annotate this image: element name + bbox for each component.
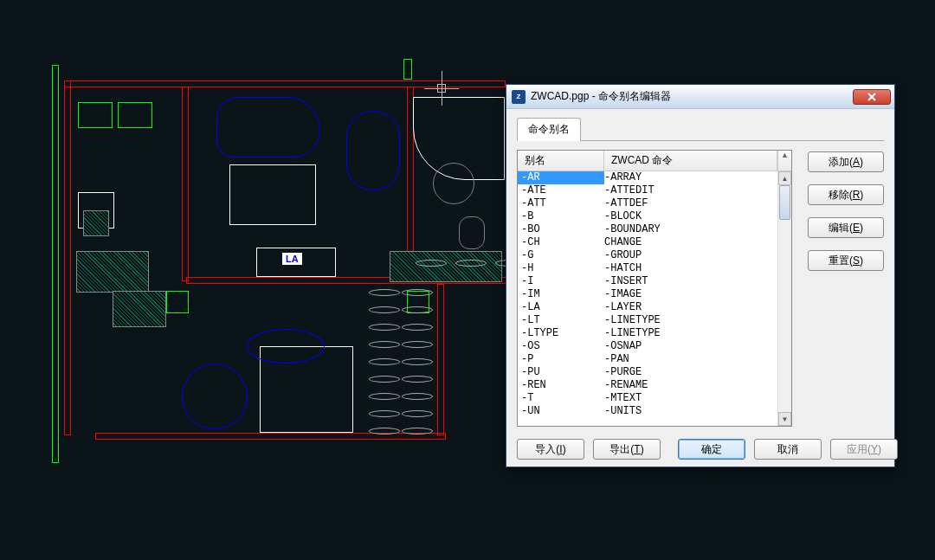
command-cell: -OSNAP (604, 340, 777, 353)
close-icon (867, 93, 877, 101)
header-scroll-spacer: ▲ (777, 151, 791, 171)
alias-cell: -CH (518, 236, 604, 249)
command-cell: -MTEXT (604, 392, 777, 405)
alias-row[interactable]: -I-INSERT (518, 275, 777, 288)
alias-cell: -AR (518, 171, 604, 184)
scroll-down-button[interactable]: ▼ (778, 412, 791, 426)
alias-list[interactable]: 别名 ZWCAD 命令 ▲ -AR-ARRAY-ATE-ATTEDIT-ATT-… (517, 150, 792, 427)
alias-row[interactable]: -B-BLOCK (518, 210, 777, 223)
alias-row[interactable]: -REN-RENAME (518, 379, 777, 392)
alias-cell: -G (518, 249, 604, 262)
alias-cell: -REN (518, 379, 604, 392)
command-cell: -RENAME (604, 379, 777, 392)
alias-row[interactable]: -CHCHANGE (518, 236, 777, 249)
command-cell: -UNITS (604, 405, 777, 418)
alias-row[interactable]: -PU-PURGE (518, 366, 777, 379)
alias-row[interactable]: -UN-UNITS (518, 405, 777, 418)
alias-row[interactable]: -IM-IMAGE (518, 288, 777, 301)
alias-cell: -B (518, 210, 604, 223)
alias-row[interactable]: -H-HATCH (518, 262, 777, 275)
add-button[interactable]: 添加(A) (808, 151, 884, 172)
header-command[interactable]: ZWCAD 命令 (604, 151, 777, 171)
command-cell: -IMAGE (604, 288, 777, 301)
command-cell: -ARRAY (604, 171, 777, 184)
alias-row[interactable]: -P-PAN (518, 353, 777, 366)
command-cell: -BLOCK (604, 210, 777, 223)
alias-row[interactable]: -AR-ARRAY (518, 171, 777, 184)
alias-cell: -UN (518, 405, 604, 418)
reset-button[interactable]: 重置(S) (808, 250, 884, 271)
alias-cell: -I (518, 275, 604, 288)
close-button[interactable] (853, 89, 891, 105)
list-scrollbar[interactable]: ▲ ▼ (777, 171, 791, 426)
tab-command-alias[interactable]: 命令别名 (517, 118, 581, 141)
alias-cell: -LA (518, 301, 604, 314)
alias-cell: -OS (518, 340, 604, 353)
header-alias[interactable]: 别名 (518, 151, 604, 171)
alias-cell: -LTYPE (518, 327, 604, 340)
alias-cell: -BO (518, 223, 604, 236)
app-icon: Z (512, 90, 526, 104)
tab-bar: 命令别名 (517, 118, 884, 141)
apply-button[interactable]: 应用(Y) (830, 439, 898, 460)
alias-cell: -ATT (518, 197, 604, 210)
command-cell: -GROUP (604, 249, 777, 262)
scroll-up-button[interactable]: ▲ (778, 171, 791, 185)
command-cell: -ATTEDIT (604, 184, 777, 197)
alias-row[interactable]: -ATT-ATTDEF (518, 197, 777, 210)
command-cell: -LINETYPE (604, 327, 777, 340)
command-cell: -LAYER (604, 301, 777, 314)
command-cell: -INSERT (604, 275, 777, 288)
cancel-button[interactable]: 取消 (754, 439, 822, 460)
titlebar[interactable]: Z ZWCAD.pgp - 命令别名编辑器 (506, 85, 894, 109)
alias-cell: -LT (518, 314, 604, 327)
scroll-thumb[interactable] (779, 185, 790, 220)
alias-row[interactable]: -LTYPE-LINETYPE (518, 327, 777, 340)
command-cell: CHANGE (604, 236, 777, 249)
alias-row[interactable]: -BO-BOUNDARY (518, 223, 777, 236)
alias-cell: -ATE (518, 184, 604, 197)
command-cell: -ATTDEF (604, 197, 777, 210)
edit-button[interactable]: 编辑(E) (808, 217, 884, 238)
command-cell: -LINETYPE (604, 314, 777, 327)
alias-cell: -P (518, 353, 604, 366)
cad-label-la: LA (282, 253, 302, 265)
alias-cell: -PU (518, 366, 604, 379)
command-cell: -PAN (604, 353, 777, 366)
alias-row[interactable]: -G-GROUP (518, 249, 777, 262)
alias-row[interactable]: -T-MTEXT (518, 392, 777, 405)
ok-button[interactable]: 确定 (678, 439, 745, 460)
command-cell: -HATCH (604, 262, 777, 275)
export-button[interactable]: 导出(T) (593, 439, 661, 460)
alias-cell: -T (518, 392, 604, 405)
remove-button[interactable]: 移除(R) (808, 184, 884, 205)
dialog-title: ZWCAD.pgp - 命令别名编辑器 (531, 89, 853, 104)
alias-editor-dialog: Z ZWCAD.pgp - 命令别名编辑器 命令别名 别名 ZWCAD 命令 ▲… (506, 84, 895, 467)
command-cell: -BOUNDARY (604, 223, 777, 236)
crosshair-pickbox (437, 84, 446, 93)
alias-row[interactable]: -ATE-ATTEDIT (518, 184, 777, 197)
alias-cell: -IM (518, 288, 604, 301)
command-cell: -PURGE (604, 366, 777, 379)
alias-row[interactable]: -OS-OSNAP (518, 340, 777, 353)
list-header: 别名 ZWCAD 命令 ▲ (518, 151, 791, 171)
import-button[interactable]: 导入(I) (517, 439, 584, 460)
alias-row[interactable]: -LT-LINETYPE (518, 314, 777, 327)
alias-cell: -H (518, 262, 604, 275)
alias-row[interactable]: -LA-LAYER (518, 301, 777, 314)
